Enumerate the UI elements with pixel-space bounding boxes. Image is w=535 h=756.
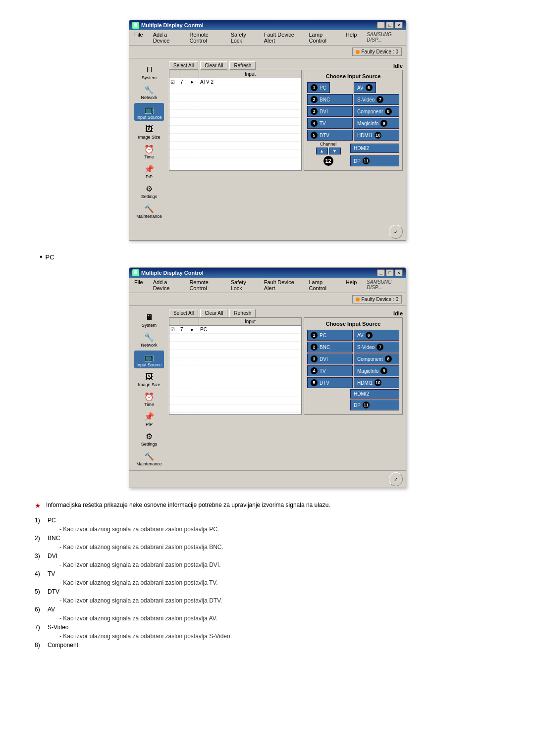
input-btn-dvi[interactable]: 3 DVI — [307, 106, 353, 117]
table-row[interactable] — [169, 102, 301, 110]
select-all-button[interactable]: Select All — [169, 61, 198, 70]
sidebar2-item-system[interactable]: 🖥 System — [134, 311, 164, 329]
row-check[interactable] — [169, 408, 179, 410]
p2-input-btn-magicinfo[interactable]: MagicInfo 9 — [354, 365, 399, 376]
select-all-button-2[interactable]: Select All — [169, 309, 198, 317]
sidebar-item-image-size[interactable]: 🖼 Image Size — [134, 123, 164, 141]
minimize-button-2[interactable]: _ — [377, 269, 385, 276]
table-row[interactable] — [169, 381, 301, 389]
minimize-button[interactable]: _ — [377, 22, 385, 29]
sidebar-item-input-source[interactable]: 📺 Input Source — [134, 103, 164, 121]
input-btn-dtv[interactable]: 5 DTV — [307, 130, 353, 141]
p2-input-btn-svideo[interactable]: S-Video 7 — [354, 342, 399, 353]
input-btn-hdmi1[interactable]: HDMI1 10 — [354, 130, 399, 141]
maximize-button[interactable]: □ — [386, 22, 394, 29]
sidebar2-item-time[interactable]: ⏰ Time — [134, 390, 164, 408]
sidebar2-item-maintenance[interactable]: 🔨 Maintenance — [134, 450, 164, 467]
menu-lamp-control[interactable]: Lamp Control — [307, 31, 338, 44]
row-check[interactable] — [169, 384, 179, 386]
menu-help[interactable]: Help — [344, 31, 359, 44]
p2-input-btn-dvi[interactable]: 3 DVI — [307, 353, 353, 364]
input-btn-tv[interactable]: 4 TV — [307, 118, 353, 129]
menu2-remote-control[interactable]: Remote Control — [187, 279, 222, 292]
channel-down-button[interactable]: ▼ — [329, 148, 341, 154]
menu2-file[interactable]: File — [132, 279, 145, 292]
row-check[interactable] — [169, 105, 179, 107]
p2-input-btn-dtv[interactable]: 5 DTV — [307, 377, 353, 388]
row-check[interactable] — [169, 160, 179, 162]
sidebar2-item-pip[interactable]: 📌 PiP — [134, 410, 164, 428]
input-btn-pc[interactable]: 1 PC — [307, 82, 330, 93]
menu2-lamp-control[interactable]: Lamp Control — [307, 279, 338, 292]
p2-input-btn-component[interactable]: Component 8 — [354, 353, 399, 364]
p2-input-btn-pc[interactable]: 1 PC — [307, 330, 353, 341]
p2-input-btn-hdmi2[interactable]: HDMI2 — [350, 389, 399, 399]
table-row[interactable] — [169, 134, 301, 142]
row-check[interactable] — [169, 360, 179, 362]
table-row[interactable] — [169, 334, 301, 342]
row-check[interactable] — [169, 97, 179, 99]
table-row[interactable] — [169, 118, 301, 126]
input-btn-magicinfo[interactable]: MagicInfo 9 — [354, 118, 399, 129]
sidebar2-item-image-size[interactable]: 🖼 Image Size — [134, 370, 164, 388]
row-check[interactable] — [169, 376, 179, 378]
row-check[interactable] — [169, 337, 179, 339]
ok-button-2[interactable]: ✓ — [389, 472, 403, 486]
table-row[interactable] — [169, 142, 301, 150]
row-check[interactable] — [169, 345, 179, 347]
table-row[interactable] — [169, 157, 301, 165]
menu2-safety-lock[interactable]: Safety Lock — [229, 279, 256, 292]
p2-input-btn-av[interactable]: AV 6 — [354, 330, 399, 341]
refresh-button[interactable]: Refresh — [229, 61, 256, 70]
sidebar-item-settings[interactable]: ⚙ Settings — [134, 182, 164, 200]
row-check[interactable] — [169, 152, 179, 154]
sidebar-item-pip[interactable]: 📌 PiP — [134, 162, 164, 180]
p2-input-btn-dp[interactable]: DP 11 — [350, 400, 399, 410]
menu-safety-lock[interactable]: Safety Lock — [229, 31, 256, 44]
row-check[interactable] — [169, 129, 179, 131]
row-check[interactable] — [169, 137, 179, 139]
input-btn-hdmi2-row6[interactable]: HDMI2 — [350, 144, 399, 153]
input-btn-component[interactable]: Component 8 — [354, 106, 399, 117]
ok-button-1[interactable]: ✓ — [389, 225, 403, 239]
channel-up-button[interactable]: ▲ — [316, 148, 328, 154]
menu-file[interactable]: File — [132, 31, 145, 44]
table-row[interactable] — [169, 397, 301, 405]
row-check[interactable] — [169, 113, 179, 115]
menu-remote-control[interactable]: Remote Control — [187, 31, 222, 44]
p2-input-btn-hdmi1[interactable]: HDMI1 10 — [354, 377, 399, 388]
menu2-help[interactable]: Help — [344, 279, 359, 292]
table-row[interactable] — [169, 94, 301, 102]
table-row[interactable]: ☑ 7 ● ATV 2 — [169, 78, 301, 86]
maximize-button-2[interactable]: □ — [386, 269, 394, 276]
sidebar-item-system[interactable]: 🖥 System — [134, 63, 164, 81]
menu2-add-device[interactable]: Add a Device — [151, 279, 182, 292]
row2-check[interactable]: ☑ — [169, 326, 179, 333]
close-button-2[interactable]: × — [395, 269, 403, 276]
table-row[interactable] — [169, 405, 301, 413]
table-row[interactable] — [169, 357, 301, 365]
p2-input-btn-tv[interactable]: 4 TV — [307, 365, 353, 376]
input-btn-av[interactable]: AV 6 — [354, 82, 376, 93]
table-row[interactable] — [169, 110, 301, 118]
table-row[interactable] — [169, 126, 301, 134]
input-btn-dp[interactable]: DP 11 — [350, 155, 399, 166]
table-row[interactable] — [169, 389, 301, 397]
row-check[interactable] — [169, 145, 179, 147]
sidebar2-item-settings[interactable]: ⚙ Settings — [134, 430, 164, 448]
window-controls-2[interactable]: _ □ × — [377, 269, 403, 276]
row-check[interactable] — [169, 368, 179, 370]
menu-add-device[interactable]: Add a Device — [151, 31, 182, 44]
table-row[interactable] — [169, 373, 301, 381]
table-row[interactable] — [169, 342, 301, 350]
row-check[interactable] — [169, 121, 179, 123]
sidebar-item-time[interactable]: ⏰ Time — [134, 143, 164, 160]
row-check[interactable]: ☑ — [169, 78, 179, 86]
row-check[interactable] — [169, 400, 179, 402]
window-controls[interactable]: _ □ × — [377, 22, 403, 29]
input-btn-bnc[interactable]: 2 BNC — [307, 94, 353, 105]
table-row[interactable] — [169, 365, 301, 373]
row-check[interactable] — [169, 353, 179, 354]
sidebar-item-network[interactable]: 🔧 Network — [134, 83, 164, 101]
clear-all-button[interactable]: Clear All — [200, 61, 227, 70]
